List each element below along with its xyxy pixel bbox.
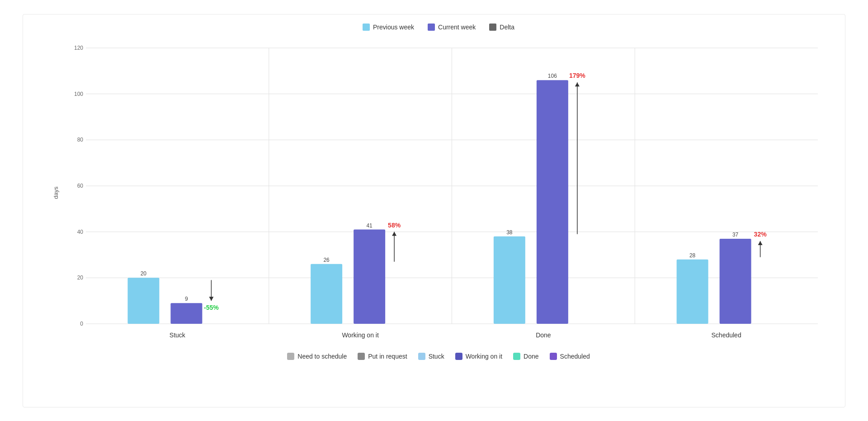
svg-marker-38 — [575, 82, 580, 86]
prev-week-label: Previous week — [373, 24, 414, 31]
chart-area: days 020406080100120209-55%Stuck264158%W… — [50, 39, 827, 346]
svg-rect-33 — [494, 236, 525, 323]
legend-curr-week: Current week — [428, 24, 476, 31]
put-request-label: Put in request — [368, 353, 407, 360]
svg-rect-43 — [720, 238, 751, 323]
svg-text:179%: 179% — [569, 72, 585, 79]
prev-week-swatch — [363, 24, 370, 31]
working-label: Working on it — [466, 353, 502, 360]
svg-text:Scheduled: Scheduled — [712, 331, 741, 339]
svg-rect-41 — [677, 259, 708, 323]
svg-text:60: 60 — [77, 183, 84, 189]
bottom-legend: Need to schedule Put in request Stuck Wo… — [50, 353, 827, 360]
svg-text:41: 41 — [366, 222, 373, 228]
svg-rect-27 — [354, 229, 385, 323]
svg-rect-17 — [127, 278, 159, 324]
svg-text:106: 106 — [548, 73, 557, 79]
svg-text:9: 9 — [185, 296, 188, 302]
svg-text:40: 40 — [77, 228, 84, 235]
top-legend: Previous week Current week Delta — [50, 24, 827, 31]
svg-text:26: 26 — [323, 256, 330, 263]
curr-week-label: Current week — [438, 24, 476, 31]
put-request-swatch — [358, 353, 365, 360]
chart-svg: 020406080100120209-55%Stuck264158%Workin… — [66, 39, 827, 346]
svg-rect-19 — [170, 303, 202, 324]
stuck-label: Stuck — [429, 353, 444, 360]
svg-text:100: 100 — [74, 90, 83, 97]
svg-text:-55%: -55% — [204, 304, 219, 311]
chart-inner: 020406080100120209-55%Stuck264158%Workin… — [66, 39, 827, 346]
curr-week-swatch — [428, 24, 435, 31]
svg-rect-35 — [537, 80, 568, 324]
need-schedule-swatch — [287, 353, 294, 360]
svg-text:120: 120 — [74, 45, 83, 51]
svg-marker-22 — [209, 297, 213, 301]
delta-label-top: Delta — [500, 24, 514, 31]
delta-swatch — [489, 24, 496, 31]
svg-text:0: 0 — [80, 321, 83, 327]
svg-marker-30 — [392, 232, 396, 236]
done-swatch — [513, 353, 520, 360]
legend-need-schedule: Need to schedule — [287, 353, 347, 360]
legend-stuck: Stuck — [418, 353, 444, 360]
scheduled-label: Scheduled — [560, 353, 590, 360]
legend-prev-week: Previous week — [363, 24, 414, 31]
done-label: Done — [524, 353, 538, 360]
svg-text:32%: 32% — [754, 230, 767, 237]
svg-text:Stuck: Stuck — [170, 331, 186, 339]
stuck-swatch — [418, 353, 425, 360]
legend-working: Working on it — [455, 353, 502, 360]
svg-text:20: 20 — [141, 270, 147, 277]
svg-text:80: 80 — [77, 137, 84, 143]
svg-text:37: 37 — [732, 231, 739, 237]
svg-text:58%: 58% — [388, 221, 401, 228]
svg-text:Working on it: Working on it — [342, 331, 379, 339]
scheduled-swatch — [550, 353, 557, 360]
working-swatch — [455, 353, 462, 360]
y-axis-label: days — [50, 39, 61, 346]
legend-done: Done — [513, 353, 538, 360]
svg-rect-25 — [311, 264, 342, 323]
svg-text:Done: Done — [536, 331, 551, 339]
need-schedule-label: Need to schedule — [297, 353, 347, 360]
chart-container: Previous week Current week Delta days 02… — [23, 14, 845, 407]
legend-put-request: Put in request — [358, 353, 407, 360]
svg-text:28: 28 — [689, 252, 696, 258]
svg-marker-46 — [758, 241, 763, 245]
legend-scheduled: Scheduled — [550, 353, 590, 360]
svg-text:20: 20 — [77, 274, 84, 281]
legend-delta: Delta — [489, 24, 514, 31]
svg-text:38: 38 — [506, 229, 513, 235]
